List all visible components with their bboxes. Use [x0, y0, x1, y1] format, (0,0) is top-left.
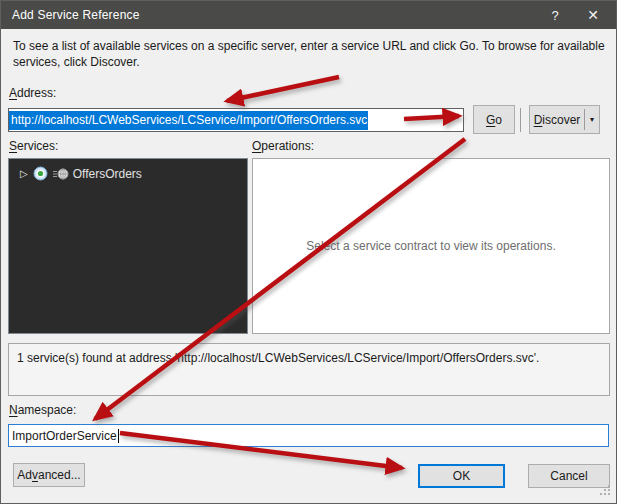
- operations-empty-message: Select a service contract to view its op…: [306, 239, 555, 253]
- status-box: 1 service(s) found at address 'http://lo…: [8, 343, 610, 396]
- chevron-down-icon[interactable]: ▾: [585, 115, 599, 124]
- service-icon: [33, 166, 48, 181]
- tree-item-offersorders[interactable]: ▷: [20, 166, 247, 181]
- address-label: Address:: [9, 86, 56, 100]
- operations-panel[interactable]: Select a service contract to view its op…: [252, 158, 610, 334]
- services-label: Services:: [9, 139, 58, 153]
- status-message: 1 service(s) found at address 'http://lo…: [17, 351, 539, 365]
- discover-button[interactable]: Discover ▾: [529, 105, 600, 134]
- arrow-to-address-field: [227, 77, 339, 101]
- resize-grip-icon[interactable]: [600, 485, 611, 499]
- advanced-button[interactable]: Advanced...: [13, 463, 85, 487]
- tree-item-label: OffersOrders: [73, 167, 142, 181]
- namespace-label: Namespace:: [9, 403, 76, 417]
- services-tree-panel[interactable]: ▷: [8, 158, 248, 334]
- intro-text: To see a list of available services on a…: [13, 38, 607, 70]
- service-contract-globe-icon: [52, 167, 69, 181]
- address-selected-text: http://localhost/LCWebServices/LCService…: [9, 111, 368, 130]
- operations-label: Operations:: [252, 139, 314, 153]
- tree-expander-icon[interactable]: ▷: [20, 168, 28, 179]
- toolbar-separator: [520, 108, 521, 132]
- add-service-reference-dialog: Add Service Reference ? ✕ To see a list …: [0, 0, 617, 504]
- titlebar: Add Service Reference ? ✕: [1, 1, 616, 29]
- help-icon[interactable]: ?: [536, 1, 574, 29]
- dialog-title: Add Service Reference: [12, 8, 536, 22]
- namespace-input[interactable]: ImportOrderService: [8, 424, 609, 447]
- close-icon[interactable]: ✕: [574, 1, 612, 29]
- cancel-button[interactable]: Cancel: [528, 464, 610, 488]
- namespace-value: ImportOrderService: [12, 429, 117, 443]
- go-button[interactable]: Go: [473, 105, 515, 134]
- text-caret: [118, 429, 119, 443]
- address-input[interactable]: http://localhost/LCWebServices/LCService…: [8, 108, 464, 132]
- ok-button[interactable]: OK: [418, 464, 505, 488]
